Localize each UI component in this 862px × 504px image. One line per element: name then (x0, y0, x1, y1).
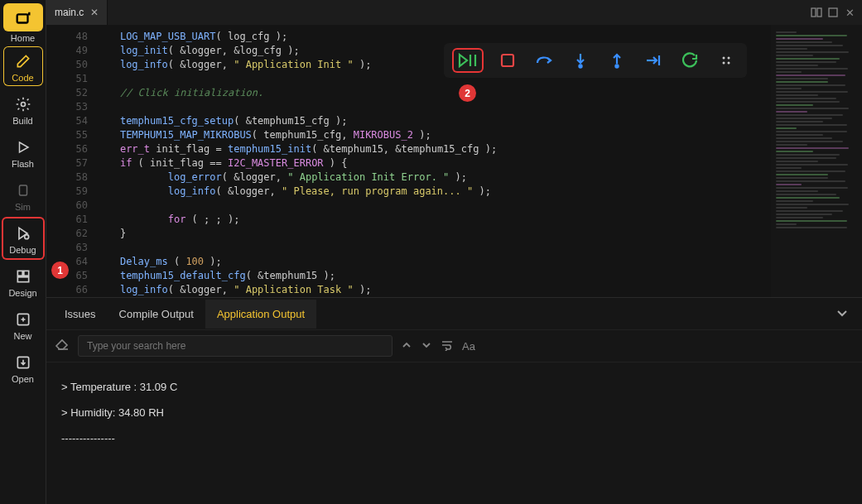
sidebar-item-new[interactable]: New (3, 305, 43, 344)
sidebar-item-open[interactable]: Open (3, 348, 43, 387)
svg-rect-4 (17, 271, 22, 276)
svg-point-16 (728, 57, 730, 60)
output-line: > Temperature : 31.09 C (61, 374, 847, 400)
callout-1: 1 (51, 262, 69, 279)
debug-icon (13, 223, 33, 243)
sidebar-item-label: Flash (12, 159, 34, 169)
gear-icon (13, 94, 33, 114)
sim-icon (13, 180, 33, 200)
sidebar-item-code[interactable]: Code (3, 46, 43, 86)
play-pause-button[interactable] (454, 50, 482, 71)
svg-rect-5 (23, 271, 28, 276)
tab-bar: main.c ✕ ✕ (46, 0, 862, 25)
stop-button[interactable] (497, 50, 518, 71)
sidebar-item-label: Build (12, 116, 32, 126)
step-out-button[interactable] (606, 50, 628, 71)
svg-point-18 (728, 62, 730, 65)
callout-2: 2 (459, 84, 476, 102)
sidebar-item-label: Debug (9, 245, 36, 255)
output-panel: Issues Compile Output Application Output… (46, 297, 862, 504)
svg-point-13 (579, 65, 581, 67)
more-button[interactable] (715, 50, 737, 71)
svg-rect-6 (17, 277, 28, 282)
sidebar-item-design[interactable]: Design (3, 262, 43, 301)
pencil-icon (13, 51, 33, 71)
svg-point-14 (615, 65, 618, 67)
sidebar-item-build[interactable]: Build (3, 89, 43, 129)
prev-match-icon[interactable] (401, 339, 412, 353)
svg-rect-12 (502, 55, 513, 66)
next-match-icon[interactable] (421, 339, 432, 353)
sidebar-label-home: Home (11, 33, 35, 43)
match-case-icon[interactable]: Aa (462, 340, 475, 353)
line-gutter: 48495051525354555657585960616263646566 (46, 25, 96, 297)
minimap[interactable] (771, 25, 862, 297)
svg-point-3 (24, 235, 28, 239)
search-input[interactable] (78, 335, 392, 357)
panel-tab-appoutput[interactable]: Application Output (205, 300, 316, 329)
panel-tab-compile[interactable]: Compile Output (108, 300, 205, 329)
sidebar-item-label: Design (8, 288, 36, 298)
open-icon (13, 353, 33, 372)
sidebar-item-label: New (13, 331, 31, 341)
editor-row: 48495051525354555657585960616263646566 L… (46, 25, 862, 297)
svg-rect-2 (19, 185, 26, 195)
sidebar-item-label: Code (12, 73, 33, 83)
sidebar-item-label: Sim (15, 202, 31, 212)
window-controls: ✕ (811, 0, 862, 25)
chevron-down-icon[interactable] (829, 306, 855, 322)
code-editor[interactable]: 48495051525354555657585960616263646566 L… (46, 25, 771, 297)
brand-icon (13, 8, 33, 28)
sidebar-item-debug[interactable]: Debug (3, 218, 43, 258)
svg-rect-10 (817, 8, 821, 17)
split-icon[interactable] (811, 7, 822, 18)
eraser-icon[interactable] (55, 338, 70, 354)
tab-main-c[interactable]: main.c ✕ (46, 0, 108, 25)
run-to-cursor-button[interactable] (643, 50, 664, 71)
sidebar-item-home[interactable] (3, 3, 43, 31)
sidebar: Home Code Build Flash Sim Debug Des (0, 0, 46, 504)
output-line: --------------- (61, 425, 847, 451)
play-icon (13, 137, 33, 157)
close-icon[interactable]: ✕ (90, 7, 99, 18)
svg-point-17 (723, 62, 725, 65)
svg-point-1 (21, 103, 25, 107)
sidebar-item-sim[interactable]: Sim (3, 175, 43, 215)
output-content[interactable]: > Temperature : 31.09 C> Humidity: 34.80… (46, 362, 862, 504)
panel-tab-issues[interactable]: Issues (53, 300, 108, 329)
svg-rect-11 (829, 8, 837, 17)
maximize-icon[interactable] (827, 7, 839, 18)
design-icon (13, 266, 33, 286)
tab-title: main.c (55, 7, 84, 18)
close-window-icon[interactable]: ✕ (844, 7, 855, 18)
debug-toolbar (444, 43, 747, 78)
step-into-button[interactable] (570, 50, 591, 71)
sidebar-item-label: Open (12, 374, 34, 384)
sidebar-item-flash[interactable]: Flash (3, 132, 43, 172)
step-over-button[interactable] (533, 50, 555, 71)
svg-rect-9 (811, 8, 816, 17)
restart-button[interactable] (679, 50, 701, 71)
panel-tabs: Issues Compile Output Application Output (46, 298, 862, 329)
svg-point-15 (723, 57, 725, 60)
wrap-icon[interactable] (441, 339, 454, 353)
main-area: main.c ✕ ✕ 48495051525354555657585960616… (46, 0, 862, 504)
panel-search-bar: Aa (46, 329, 862, 362)
output-line: > Humidity: 34.80 RH (61, 400, 847, 425)
plus-icon (13, 310, 33, 329)
svg-rect-0 (17, 14, 27, 22)
